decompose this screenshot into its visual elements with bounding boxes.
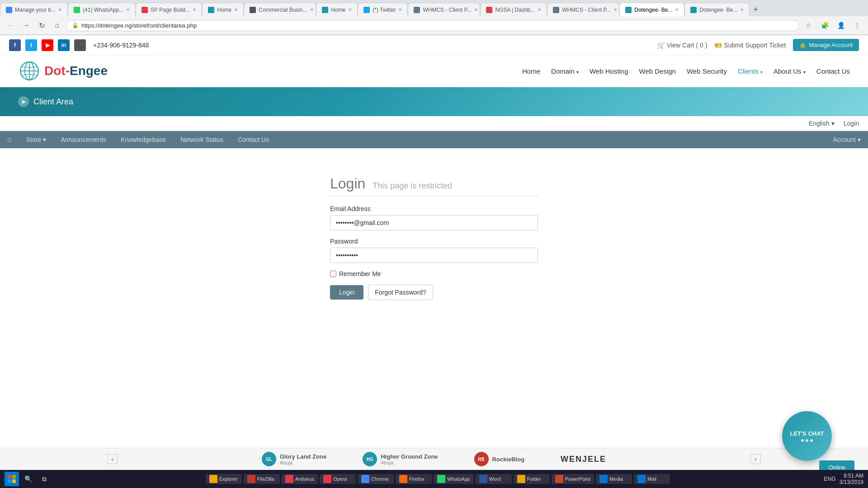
strip-prev-button[interactable]: ‹ [107,454,118,464]
site-logo[interactable]: Dot-Engee [18,60,108,82]
back-button[interactable]: ← [5,19,17,32]
nav-contact[interactable]: Contact Us [816,67,850,75]
nav-websecurity[interactable]: Web Security [687,67,727,75]
email-input[interactable] [330,215,538,230]
svg-rect-6 [12,475,16,479]
secondary-nav-home[interactable]: ⌂ [0,131,19,148]
tab-close-10[interactable]: ✕ [613,7,617,12]
taskbar-app-chrome[interactable]: Chrome [358,474,394,484]
tab-1[interactable]: Manage your b... ✕ [0,3,68,16]
nav-webdesign[interactable]: Web Design [639,67,676,75]
secondary-nav-announcements[interactable]: Announcements [53,131,113,148]
tab-5[interactable]: Commercial Busin... ✕ [244,3,316,16]
secondary-nav-right: Account ▾ [826,131,868,148]
remember-me-checkbox[interactable] [330,271,336,277]
forward-button[interactable]: → [20,19,33,32]
submit-ticket-link[interactable]: 🎫 Submit Support Ticket [714,42,786,49]
taskbar-app-ppt[interactable]: PowerPoint [552,474,594,484]
secondary-nav-store[interactable]: Store ▾ [19,131,53,148]
nav-domain[interactable]: Domain ▾ [551,67,579,75]
tab-7[interactable]: (*) Twitter ✕ [358,3,408,16]
taskbar-app-firefox[interactable]: Firefox [396,474,432,484]
twitter-icon[interactable]: t [25,39,37,51]
logo-text: Dot-Engee [44,64,108,78]
nav-items: Home Domain ▾ Web Hosting Web Design Web… [522,67,850,75]
nav-about[interactable]: About Us ▾ [774,67,806,75]
tab-close-9[interactable]: ✕ [538,7,541,12]
taskbar-app-explorer[interactable]: Explorer [206,474,242,484]
rockie-logo-text: RockieBlog [492,456,525,463]
youtube-icon[interactable]: ▶ [42,39,53,51]
tab-12[interactable]: Dotengee- Be... ✕ [684,3,750,16]
taskbar-app-whatsapp[interactable]: WhatsApp [434,474,474,484]
tab-close-5[interactable]: ✕ [310,7,314,12]
taskbar-right: ENG 9:51 AM 3/13/2019 [824,473,863,485]
extensions-icon[interactable]: 🧩 [818,19,831,32]
task-view-button[interactable]: ⧉ [37,472,52,486]
bookmark-icon[interactable]: ☆ [802,19,815,32]
taskbar-left: 🔍 ⧉ [5,472,52,486]
strip-next-button[interactable]: › [750,454,761,464]
search-taskbar-button[interactable]: 🔍 [21,472,35,486]
nav-clients[interactable]: Clients ▾ [738,67,763,75]
tab-close-3[interactable]: ✕ [193,7,196,12]
taskbar-app-filezilla[interactable]: FileZilla [244,474,280,484]
login-submit-button[interactable]: Login [330,285,363,300]
tab-close-8[interactable]: ✕ [474,7,478,12]
profile-icon[interactable]: 👤 [835,19,847,32]
secondary-nav-network-status[interactable]: Network Status [173,131,231,148]
tab-4[interactable]: Home ✕ [202,3,244,16]
taskbar-app-word[interactable]: Word [476,474,512,484]
tab-3[interactable]: SP Page Build... ✕ [136,3,202,16]
secondary-nav-contact[interactable]: Contact Us [231,131,276,148]
home-button[interactable]: ⌂ [51,19,63,32]
taskbar-app-mail[interactable]: Mail [634,474,670,484]
strip-nav-left: ‹ [107,454,118,464]
tab-close-1[interactable]: ✕ [58,7,62,12]
manage-account-button[interactable]: 🔒 Manage Account [793,39,859,51]
phone-icon[interactable]: 📞 [74,39,86,51]
tab-11[interactable]: Dotengee- Be... ✕ [619,3,684,16]
tab-close-4[interactable]: ✕ [234,7,238,12]
facebook-icon[interactable]: f [9,39,21,51]
browser-chrome: Manage your b... ✕ (41) WhatsApp... ✕ SP… [0,0,868,35]
tab-close-6[interactable]: ✕ [348,7,352,12]
login-restricted-text: This page is restricted [373,181,452,190]
taskbar-app-folder[interactable]: Folder [514,474,550,484]
language-dropdown-icon: ▾ [831,120,835,127]
menu-icon[interactable]: ⋮ [851,19,863,32]
nav-webhosting[interactable]: Web Hosting [590,67,628,75]
taskbar-apps: Explorer FileZilla Antivirus Opera Chrom… [52,474,824,484]
tab-2[interactable]: (41) WhatsApp... ✕ [68,3,136,16]
store-arrow-icon: ▾ [43,136,46,143]
footer-logo-strip: ‹ GL Glory Land Zone Abuja HG Higher Gro… [0,448,868,470]
tab-9[interactable]: NGSA | Dashb... ✕ [480,3,547,16]
tab-close-7[interactable]: ✕ [398,7,402,12]
language-selector[interactable]: English ▾ [809,120,835,127]
linkedin-icon[interactable]: in [58,39,70,51]
tab-close-12[interactable]: ✕ [740,7,744,12]
reload-button[interactable]: ↻ [35,19,48,32]
tab-8[interactable]: WHMCS - Client P... ✕ [408,3,480,16]
tab-close-2[interactable]: ✕ [126,7,130,12]
phone-number: +234-906-9129-848 [93,42,149,49]
tab-close-11[interactable]: ✕ [675,7,679,12]
tab-6[interactable]: Home ✕ [316,3,358,16]
taskbar-app-antivirus[interactable]: Antivirus [282,474,318,484]
tab-10[interactable]: WHMCS - Client P... ✕ [547,3,619,16]
main-navigation: Dot-Engee Home Domain ▾ Web Hosting Web … [0,55,868,87]
account-button[interactable]: Account ▾ [826,131,868,148]
login-link[interactable]: Login [844,120,859,127]
start-button[interactable] [5,472,19,486]
password-input[interactable] [330,248,538,263]
secondary-nav-knowledgebase[interactable]: Knowledgebase [113,131,173,148]
nav-home[interactable]: Home [522,67,540,75]
address-bar[interactable]: 🔒 https://dotengee.ng/storefront/clienta… [66,20,799,31]
forgot-password-button[interactable]: Forgot Password? [368,285,433,300]
taskbar-app-opera[interactable]: Opera [320,474,356,484]
chat-widget[interactable]: LET'S CHAT [782,411,832,461]
taskbar-app-media[interactable]: Media [596,474,632,484]
new-tab-button[interactable]: + [750,3,762,16]
view-cart-link[interactable]: 🛒 View Cart ( 0 ) [657,42,707,49]
chat-bubble[interactable]: LET'S CHAT [782,411,832,461]
